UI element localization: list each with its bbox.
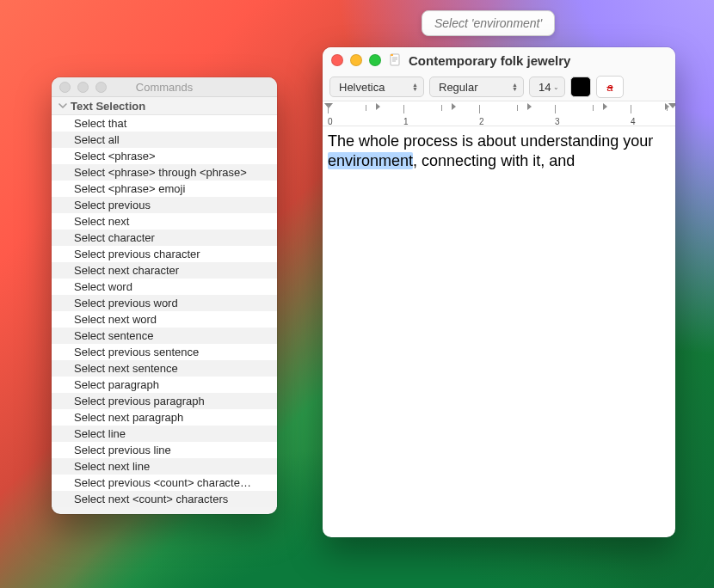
- list-item-label: Select next <count> characters: [74, 493, 228, 505]
- list-item-label: Select sentence: [74, 329, 154, 342]
- zoom-icon[interactable]: [369, 54, 381, 66]
- font-style-select[interactable]: Regular ▲▼: [429, 77, 524, 97]
- section-header-text-selection[interactable]: Text Selection: [52, 97, 277, 115]
- text-editor-window: Contemporary folk jewelry Helvetica ▲▼ R…: [323, 47, 675, 537]
- list-item-label: Select previous sentence: [74, 346, 199, 358]
- ruler-number: 2: [479, 117, 484, 126]
- traffic-lights: [331, 54, 381, 66]
- list-item[interactable]: Select next paragraph: [52, 409, 277, 426]
- ruler-number: 0: [328, 117, 333, 126]
- body-text-pre: The whole process is about understanding…: [328, 132, 653, 150]
- list-item[interactable]: Select next sentence: [52, 360, 277, 377]
- list-item-label: Select next: [74, 215, 129, 228]
- list-item-label: Select previous word: [74, 297, 178, 309]
- strikethrough-button[interactable]: a: [596, 76, 624, 98]
- commands-list: Select that Select all Select <phrase> S…: [52, 115, 277, 507]
- editor-titlebar[interactable]: Contemporary folk jewelry: [323, 47, 675, 73]
- list-item[interactable]: Select next <count> characters: [52, 491, 277, 507]
- font-family-value: Helvetica: [339, 81, 385, 94]
- chevron-down-icon: ⌄: [553, 83, 559, 91]
- commands-titlebar[interactable]: Commands: [52, 77, 277, 97]
- list-item[interactable]: Select next word: [52, 311, 277, 328]
- list-item-label: Select <phrase>: [74, 150, 156, 162]
- list-item-label: Select previous <count> characte…: [74, 476, 251, 489]
- tab-marker-icon[interactable]: [452, 103, 456, 110]
- ruler-number: 4: [631, 117, 636, 126]
- document-icon: [388, 53, 402, 67]
- list-item-label: Select that: [74, 117, 126, 130]
- list-item-label: Select paragraph: [74, 378, 159, 391]
- tab-marker-icon[interactable]: [376, 103, 380, 110]
- updown-icon: ▲▼: [512, 83, 518, 91]
- list-item[interactable]: Select sentence: [52, 328, 277, 344]
- voice-control-tooltip: Select 'environment': [422, 10, 555, 36]
- list-item-label: Select <phrase> emoji: [74, 182, 185, 195]
- list-item[interactable]: Select <phrase>: [52, 148, 277, 164]
- list-item[interactable]: Select line: [52, 426, 277, 442]
- minimize-icon[interactable]: [77, 82, 89, 93]
- list-item[interactable]: Select <phrase> emoji: [52, 181, 277, 197]
- list-item[interactable]: Select previous word: [52, 295, 277, 311]
- list-item-label: Select word: [74, 280, 132, 293]
- list-item-label: Select next character: [74, 264, 179, 277]
- list-item[interactable]: Select word: [52, 279, 277, 295]
- list-item[interactable]: Select next line: [52, 458, 277, 475]
- tab-marker-icon[interactable]: [603, 103, 607, 110]
- tab-marker-icon[interactable]: [527, 103, 532, 110]
- list-item[interactable]: Select previous: [52, 197, 277, 213]
- list-item-label: Select previous paragraph: [74, 395, 205, 407]
- list-item[interactable]: Select next character: [52, 262, 277, 279]
- font-family-select[interactable]: Helvetica ▲▼: [329, 77, 424, 97]
- chevron-down-icon: [57, 100, 69, 112]
- section-label: Text Selection: [71, 100, 145, 113]
- selected-text: environment: [328, 152, 413, 169]
- list-item[interactable]: Select <phrase> through <phrase>: [52, 164, 277, 181]
- editor-toolbar: Helvetica ▲▼ Regular ▲▼ 14 ⌄ a: [323, 73, 675, 101]
- list-item[interactable]: Select that: [52, 115, 277, 132]
- list-item[interactable]: Select paragraph: [52, 377, 277, 393]
- font-size-select[interactable]: 14 ⌄: [529, 77, 565, 97]
- ruler-number: 1: [403, 117, 409, 126]
- ruler-track: 0 1 2 3 4: [323, 105, 675, 115]
- list-item-label: Select next line: [74, 460, 150, 473]
- body-text-post: , connecting with it, and: [413, 152, 575, 169]
- list-item-label: Select all: [74, 133, 120, 146]
- list-item-label: Select character: [74, 231, 155, 244]
- ruler-number: 3: [555, 117, 560, 126]
- list-item-label: Select <phrase> through <phrase>: [74, 166, 247, 179]
- commands-window: Commands Text Selection Select that Sele…: [52, 77, 277, 514]
- list-item-label: Select previous: [74, 199, 151, 211]
- list-item-label: Select next paragraph: [74, 411, 183, 424]
- ruler[interactable]: 0 1 2 3 4: [323, 101, 675, 126]
- list-item[interactable]: Select previous <count> characte…: [52, 475, 277, 491]
- strikethrough-glyph: a: [606, 81, 612, 94]
- list-item[interactable]: Select previous character: [52, 246, 277, 262]
- close-icon[interactable]: [59, 82, 71, 93]
- list-item[interactable]: Select all: [52, 132, 277, 148]
- list-item-label: Select line: [74, 427, 126, 440]
- indent-right-marker-icon[interactable]: [668, 103, 675, 110]
- list-item[interactable]: Select previous paragraph: [52, 393, 277, 409]
- updown-icon: ▲▼: [412, 83, 418, 91]
- list-item-label: Select previous character: [74, 248, 200, 260]
- list-item[interactable]: Select character: [52, 230, 277, 246]
- zoom-icon[interactable]: [95, 82, 107, 93]
- desktop-background: Select 'environment' Commands Text Selec…: [0, 0, 714, 588]
- font-size-value: 14: [539, 81, 551, 94]
- list-item[interactable]: Select next: [52, 213, 277, 230]
- close-icon[interactable]: [331, 54, 343, 66]
- list-item-label: Select previous line: [74, 444, 171, 456]
- list-item[interactable]: Select previous line: [52, 442, 277, 458]
- tooltip-text: Select 'environment': [434, 16, 542, 30]
- editor-text-area[interactable]: The whole process is about understanding…: [323, 126, 675, 177]
- document-title: Contemporary folk jewelry: [409, 53, 570, 68]
- list-item[interactable]: Select previous sentence: [52, 344, 277, 360]
- font-style-value: Regular: [439, 81, 478, 94]
- list-item-label: Select next word: [74, 313, 157, 326]
- list-item-label: Select next sentence: [74, 362, 178, 375]
- minimize-icon[interactable]: [350, 54, 362, 66]
- text-color-swatch[interactable]: [570, 77, 591, 97]
- traffic-lights-inactive: [52, 82, 107, 93]
